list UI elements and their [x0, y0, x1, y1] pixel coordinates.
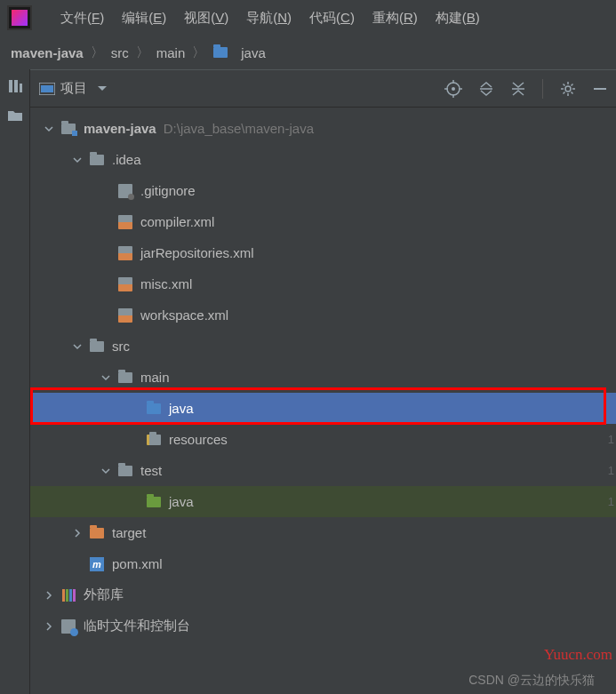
chevron-right-icon[interactable] [44, 591, 57, 600]
breadcrumb-item[interactable]: src [111, 45, 129, 60]
chevron-down-icon[interactable] [101, 373, 114, 382]
tree-node-resources[interactable]: resources 1 [30, 424, 616, 455]
chevron-right-icon: 〉 [91, 44, 104, 61]
title-bar: 文件(F)编辑(E)视图(V)导航(N)代码(C)重构(R)构建(B) [0, 0, 616, 36]
folder-icon[interactable] [7, 108, 23, 123]
chevron-down-icon[interactable] [101, 467, 114, 475]
expand-all-icon[interactable] [478, 81, 494, 97]
tree-node-file[interactable]: misc.xml [30, 268, 616, 299]
tree-node-file[interactable]: .gitignore [30, 175, 616, 206]
breadcrumb-item[interactable]: main [156, 45, 186, 60]
tree-node-file[interactable]: m pom.xml [30, 548, 616, 579]
menu-item[interactable]: 构建(B) [427, 6, 489, 30]
breadcrumb-item[interactable]: maven-java [11, 45, 84, 60]
window-icon [39, 83, 55, 95]
svg-point-13 [565, 86, 571, 92]
collapse-all-icon[interactable] [510, 81, 526, 97]
tree-node-file[interactable]: workspace.xml [30, 299, 616, 331]
tree-node-folder[interactable]: test 1 [30, 455, 616, 486]
menu-item[interactable]: 文件(F) [52, 6, 113, 30]
tree-node-external-libraries[interactable]: 外部库 [30, 579, 616, 610]
menu-item[interactable]: 重构(R) [364, 6, 427, 30]
gear-icon[interactable] [559, 80, 577, 98]
svg-rect-0 [9, 80, 12, 92]
tree-node-folder[interactable]: src [30, 331, 616, 362]
menu-item[interactable]: 编辑(E) [113, 6, 175, 30]
tree-node-file[interactable]: jarRepositories.xml [30, 237, 616, 268]
tree-node-folder[interactable]: main [30, 362, 616, 393]
menu-item[interactable]: 导航(N) [237, 6, 300, 30]
tree-node-source-root[interactable]: java [30, 393, 616, 424]
structure-icon[interactable] [7, 78, 23, 94]
tree-node-folder[interactable]: target [30, 517, 616, 548]
locate-icon[interactable] [444, 80, 462, 98]
tree-node-file[interactable]: compiler.xml [30, 206, 616, 237]
tree-node-scratches[interactable]: 临时文件和控制台 [30, 610, 616, 642]
tree-node-folder[interactable]: .idea [30, 144, 616, 175]
menu-item[interactable]: 代码(C) [300, 6, 364, 30]
svg-rect-1 [14, 80, 18, 92]
watermark: CSDN @云边的快乐猫 [468, 673, 595, 689]
chevron-down-icon[interactable] [73, 342, 85, 351]
breadcrumb-item[interactable]: java [212, 44, 266, 60]
tree-node-project[interactable]: maven-java D:\java_base\maven-java [30, 113, 616, 144]
chevron-right-icon: 〉 [136, 44, 149, 61]
project-tool-window: 项目 maven-java D:\java_base\maven-java [30, 69, 616, 694]
tree-node-test-root[interactable]: java 1 [30, 486, 616, 517]
left-gutter [0, 69, 30, 694]
svg-rect-2 [20, 84, 22, 92]
project-tree: maven-java D:\java_base\maven-java .idea… [30, 108, 616, 647]
watermark: Yuucn.com [544, 646, 612, 664]
svg-rect-4 [41, 85, 53, 92]
svg-point-6 [452, 87, 455, 91]
dropdown-icon[interactable] [98, 86, 107, 92]
chevron-right-icon[interactable] [73, 529, 85, 538]
app-icon [7, 5, 32, 30]
tool-window-header: 项目 [30, 70, 616, 108]
menu-bar: 文件(F)编辑(E)视图(V)导航(N)代码(C)重构(R)构建(B) [52, 6, 489, 30]
breadcrumb-bar: maven-java 〉 src 〉 main 〉 java [0, 36, 616, 69]
chevron-right-icon[interactable] [44, 622, 57, 631]
chevron-down-icon[interactable] [44, 124, 57, 133]
chevron-right-icon: 〉 [192, 44, 205, 61]
tool-window-title[interactable]: 项目 [39, 80, 107, 97]
menu-item[interactable]: 视图(V) [175, 6, 237, 30]
minimize-icon[interactable] [593, 82, 607, 96]
chevron-down-icon[interactable] [73, 156, 85, 164]
